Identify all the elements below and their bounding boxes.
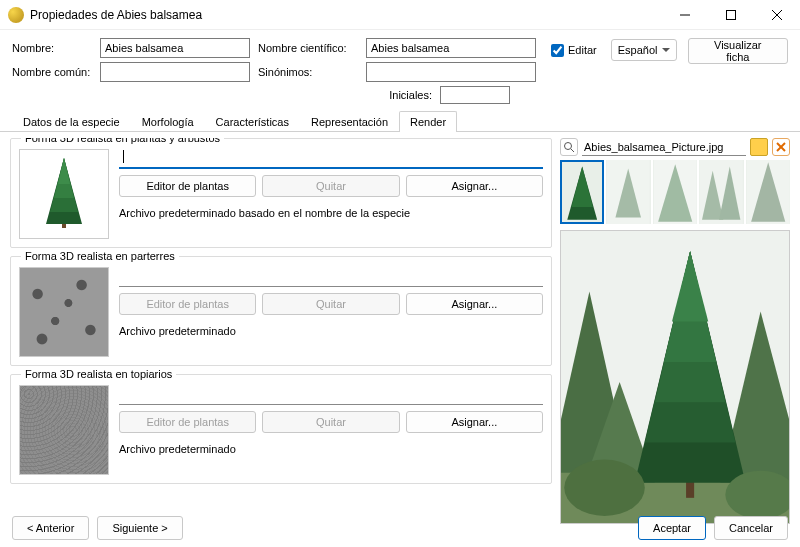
thumb-plants bbox=[19, 149, 109, 239]
svg-point-36 bbox=[564, 460, 645, 516]
remove-plants-button[interactable]: Quitar bbox=[262, 175, 399, 197]
tab-morfologia[interactable]: Morfología bbox=[131, 111, 205, 132]
tree-icon bbox=[24, 154, 104, 234]
syn-field[interactable] bbox=[366, 62, 536, 82]
section-topiarios: Forma 3D realista en topiarios Editor de… bbox=[10, 374, 552, 484]
titlebar: Propiedades de Abies balsamea bbox=[0, 0, 800, 30]
path-parterres[interactable] bbox=[119, 267, 543, 287]
remove-parterres-button[interactable]: Quitar bbox=[262, 293, 399, 315]
tab-caracteristicas[interactable]: Características bbox=[205, 111, 300, 132]
svg-point-9 bbox=[565, 143, 572, 150]
tab-datos[interactable]: Datos de la especie bbox=[12, 111, 131, 132]
thumbnail-strip bbox=[560, 160, 790, 224]
caption-plants: Archivo predeterminado basado en el nomb… bbox=[119, 203, 543, 219]
section-plants: Forma 3D realista en plantas y arbustos … bbox=[10, 138, 552, 248]
visualize-button[interactable]: Visualizar ficha bbox=[688, 38, 788, 64]
edit-checkbox[interactable]: Editar bbox=[547, 42, 601, 59]
svg-marker-8 bbox=[58, 158, 70, 184]
section-topiarios-legend: Forma 3D realista en topiarios bbox=[21, 368, 176, 380]
editor-plants-button[interactable]: Editor de plantas bbox=[119, 175, 256, 197]
sci-label: Nombre científico: bbox=[258, 42, 358, 54]
caption-parterres: Archivo predeterminado bbox=[119, 321, 543, 337]
svg-line-10 bbox=[571, 149, 574, 152]
search-icon[interactable] bbox=[560, 138, 578, 156]
path-plants[interactable] bbox=[119, 149, 543, 169]
delete-image-icon[interactable] bbox=[772, 138, 790, 156]
minimize-button[interactable] bbox=[662, 0, 708, 30]
editor-topiarios-button[interactable]: Editor de plantas bbox=[119, 411, 256, 433]
svg-rect-1 bbox=[727, 10, 736, 19]
thumbnail-0[interactable] bbox=[560, 160, 604, 224]
remove-topiarios-button[interactable]: Quitar bbox=[262, 411, 399, 433]
section-parterres: Forma 3D realista en parterres Editor de… bbox=[10, 256, 552, 366]
cancel-button[interactable]: Cancelar bbox=[714, 516, 788, 540]
path-topiarios[interactable] bbox=[119, 385, 543, 405]
name-label: Nombre: bbox=[12, 42, 92, 54]
initials-label: Iniciales: bbox=[389, 89, 432, 101]
thumb-topiarios bbox=[19, 385, 109, 475]
footer: < Anterior Siguiente > Aceptar Cancelar bbox=[0, 509, 800, 547]
image-filename-field[interactable] bbox=[582, 138, 746, 156]
caption-topiarios: Archivo predeterminado bbox=[119, 439, 543, 455]
editor-parterres-button[interactable]: Editor de plantas bbox=[119, 293, 256, 315]
folder-icon[interactable] bbox=[750, 138, 768, 156]
next-button[interactable]: Siguiente > bbox=[97, 516, 182, 540]
section-plants-legend: Forma 3D realista en plantas y arbustos bbox=[21, 138, 224, 144]
section-parterres-legend: Forma 3D realista en parterres bbox=[21, 250, 179, 262]
tabs: Datos de la especie Morfología Caracterí… bbox=[0, 110, 800, 132]
thumbnail-3[interactable] bbox=[699, 160, 743, 224]
assign-topiarios-button[interactable]: Asignar... bbox=[406, 411, 543, 433]
sci-field[interactable] bbox=[366, 38, 536, 58]
window-title: Propiedades de Abies balsamea bbox=[30, 8, 662, 22]
accept-button[interactable]: Aceptar bbox=[638, 516, 706, 540]
edit-label: Editar bbox=[568, 44, 597, 56]
language-select[interactable]: Español bbox=[611, 39, 677, 61]
image-preview bbox=[560, 230, 790, 524]
thumbnail-2[interactable] bbox=[653, 160, 697, 224]
initials-field[interactable] bbox=[440, 86, 510, 104]
close-button[interactable] bbox=[754, 0, 800, 30]
tab-representacion[interactable]: Representación bbox=[300, 111, 399, 132]
language-value: Español bbox=[618, 44, 658, 56]
syn-label: Sinónimos: bbox=[258, 66, 358, 78]
thumb-parterres bbox=[19, 267, 109, 357]
thumbnail-1[interactable] bbox=[606, 160, 650, 224]
assign-plants-button[interactable]: Asignar... bbox=[406, 175, 543, 197]
form-area: Nombre: Nombre científico: Nombre común:… bbox=[0, 30, 800, 86]
common-label: Nombre común: bbox=[12, 66, 92, 78]
thumbnail-4[interactable] bbox=[746, 160, 790, 224]
name-field[interactable] bbox=[100, 38, 250, 58]
maximize-button[interactable] bbox=[708, 0, 754, 30]
prev-button[interactable]: < Anterior bbox=[12, 516, 89, 540]
assign-parterres-button[interactable]: Asignar... bbox=[406, 293, 543, 315]
app-icon bbox=[8, 7, 24, 23]
tab-render[interactable]: Render bbox=[399, 111, 457, 132]
common-field[interactable] bbox=[100, 62, 250, 82]
